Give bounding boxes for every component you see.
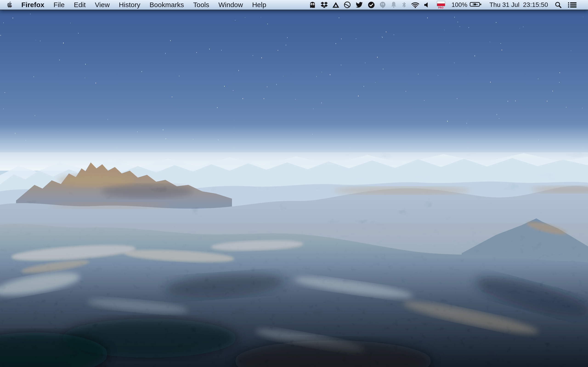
apple-logo-icon: [6, 1, 12, 9]
terrain-graphic: [0, 10, 588, 367]
input-source-menu[interactable]: PRO: [434, 0, 448, 10]
skype-icon[interactable]: [365, 0, 377, 10]
hangouts-icon[interactable]: [377, 0, 388, 10]
dropbox-icon[interactable]: [318, 0, 330, 10]
menu-history[interactable]: History: [114, 0, 145, 10]
menu-tools[interactable]: Tools: [189, 0, 214, 10]
menu-app-firefox[interactable]: Firefox: [17, 0, 49, 10]
menu-edit[interactable]: Edit: [69, 0, 90, 10]
menu-bar-status-area: PRO 100% Thu 31 Jul 23:15:50: [307, 0, 588, 10]
desktop-wallpaper: [0, 10, 588, 367]
battery-percentage: 100%: [451, 1, 467, 8]
menu-file[interactable]: File: [49, 0, 69, 10]
desktop: Firefox File Edit View History Bookmarks…: [0, 0, 588, 367]
poland-flag-icon: [437, 1, 445, 6]
flux-icon[interactable]: [342, 0, 353, 10]
wifi-icon[interactable]: [409, 0, 422, 10]
menu-bar: Firefox File Edit View History Bookmarks…: [0, 0, 588, 10]
menu-help[interactable]: Help: [248, 0, 271, 10]
menu-window[interactable]: Window: [214, 0, 248, 10]
notifications-bell-icon[interactable]: [388, 0, 399, 10]
battery-menu[interactable]: 100%: [449, 0, 484, 10]
menu-bookmarks[interactable]: Bookmarks: [145, 0, 189, 10]
input-source-label: PRO: [438, 6, 443, 9]
battery-charging-icon: [470, 1, 482, 8]
monosnap-monster-icon[interactable]: [307, 0, 318, 10]
volume-icon[interactable]: [422, 0, 431, 10]
spotlight-search-icon[interactable]: [551, 0, 565, 10]
menu-bar-left: Firefox File Edit View History Bookmarks…: [0, 0, 271, 10]
bluetooth-icon[interactable]: [399, 0, 409, 10]
menu-view[interactable]: View: [90, 0, 114, 10]
google-drive-icon[interactable]: [330, 0, 342, 10]
menu-bar-clock[interactable]: Thu 31 Jul 23:15:50: [486, 1, 551, 8]
twitter-icon[interactable]: [353, 0, 365, 10]
notification-center-icon[interactable]: [565, 0, 579, 10]
apple-menu[interactable]: [0, 0, 17, 10]
